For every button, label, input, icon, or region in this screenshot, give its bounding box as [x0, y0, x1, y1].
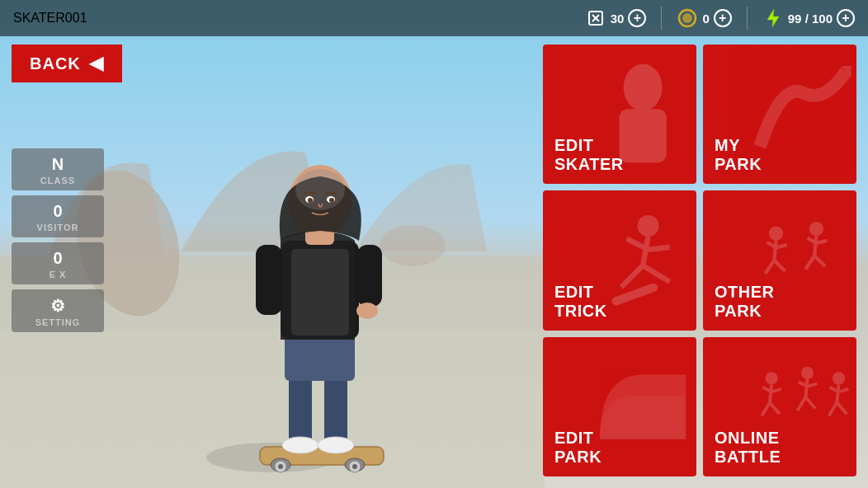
coin-add-button[interactable]: + — [714, 9, 732, 27]
currency-stat: 30 + — [585, 7, 647, 29]
energy-icon — [762, 7, 784, 29]
svg-rect-46 — [611, 283, 659, 307]
svg-point-30 — [295, 169, 345, 210]
ex-stat-box: 0 E X — [12, 242, 104, 284]
skater-character: SKATE SPACE — [107, 36, 528, 488]
svg-line-43 — [643, 266, 670, 283]
coin-stat: 0 + — [677, 7, 731, 29]
visitor-stat-box: 0 VISITOR — [12, 195, 104, 237]
svg-line-76 — [838, 389, 848, 392]
svg-text:SPACE: SPACE — [309, 289, 331, 296]
svg-line-55 — [805, 256, 814, 270]
svg-point-9 — [682, 13, 692, 23]
svg-rect-38 — [619, 109, 666, 162]
svg-point-71 — [833, 372, 845, 384]
svg-line-61 — [762, 402, 770, 415]
topbar: SKATER001 30 + 0 + — [0, 0, 868, 36]
svg-point-34 — [329, 198, 334, 203]
my-park-shadow — [749, 45, 856, 184]
class-label: CLASS — [40, 176, 75, 185]
ex-label: E X — [50, 270, 67, 279]
class-stat-box: N CLASS — [12, 148, 104, 190]
svg-line-62 — [770, 402, 780, 414]
player-name: SKATER001 — [13, 11, 87, 26]
svg-line-42 — [621, 266, 643, 288]
svg-line-73 — [828, 402, 837, 415]
svg-rect-25 — [256, 245, 282, 315]
svg-line-45 — [648, 247, 669, 250]
svg-line-67 — [797, 396, 805, 410]
svg-point-17 — [352, 464, 357, 469]
ex-value: 0 — [53, 249, 62, 268]
setting-stat-box[interactable]: ⚙ SETTING — [12, 289, 104, 332]
back-arrow-icon: ◀ — [89, 53, 104, 74]
svg-line-58 — [816, 241, 827, 243]
edit-trick-label: EDITTRICK — [554, 283, 607, 321]
svg-line-48 — [774, 241, 776, 260]
svg-line-72 — [837, 384, 838, 402]
svg-line-60 — [770, 384, 771, 402]
svg-text:SKATE: SKATE — [309, 280, 332, 288]
currency-value: 30 — [611, 12, 625, 26]
edit-park-button[interactable]: EDITPARK — [543, 337, 696, 476]
svg-line-66 — [805, 379, 807, 397]
svg-line-50 — [774, 260, 785, 271]
setting-icon: ⚙ — [50, 296, 65, 316]
back-button[interactable]: BACK ◀ — [12, 45, 122, 82]
svg-line-52 — [776, 246, 786, 248]
my-park-label: MYPARK — [715, 136, 762, 174]
visitor-label: VISITOR — [37, 223, 79, 232]
edit-park-label: EDITPARK — [554, 429, 601, 467]
other-park-label: OTHERPARK — [715, 283, 775, 321]
svg-line-56 — [814, 256, 825, 267]
other-park-button[interactable]: OTHERPARK — [703, 190, 856, 330]
svg-marker-10 — [767, 9, 779, 27]
currency-add-button[interactable]: + — [628, 9, 646, 27]
svg-point-53 — [809, 222, 823, 236]
visitor-value: 0 — [53, 202, 62, 221]
svg-point-47 — [769, 227, 783, 241]
energy-stat: 99 / 100 + — [762, 7, 855, 29]
svg-point-16 — [278, 464, 283, 469]
svg-point-33 — [308, 198, 313, 203]
energy-add-button[interactable]: + — [837, 9, 855, 27]
coin-icon — [677, 7, 698, 29]
svg-rect-19 — [324, 373, 347, 447]
currency-icon — [585, 7, 606, 29]
edit-trick-button[interactable]: EDITTRICK — [543, 190, 696, 330]
svg-point-59 — [765, 372, 777, 384]
stat-divider-1 — [661, 7, 662, 30]
class-value: N — [52, 155, 64, 174]
svg-rect-18 — [289, 373, 312, 447]
svg-point-27 — [356, 303, 378, 319]
online-battle-button[interactable]: ONLINEBATTLE — [703, 337, 856, 476]
svg-point-21 — [318, 437, 354, 453]
my-park-button[interactable]: MYPARK — [703, 45, 856, 184]
svg-point-40 — [637, 215, 658, 237]
svg-point-65 — [801, 367, 814, 379]
edit-park-shadow — [589, 337, 696, 476]
svg-line-68 — [805, 396, 815, 408]
edit-skater-label: EDITSKATER — [554, 136, 624, 174]
svg-point-20 — [282, 437, 318, 453]
svg-line-54 — [814, 237, 816, 256]
svg-line-70 — [807, 383, 817, 386]
svg-rect-26 — [357, 245, 382, 307]
online-battle-label: ONLINEBATTLE — [715, 429, 781, 467]
edit-skater-button[interactable]: EDITSKATER — [543, 45, 696, 184]
left-panel: N CLASS 0 VISITOR 0 E X ⚙ SETTING — [12, 148, 104, 332]
svg-line-49 — [765, 260, 774, 274]
stat-divider-2 — [747, 7, 748, 30]
svg-point-37 — [623, 63, 662, 110]
coin-value: 0 — [702, 12, 709, 26]
menu-grid: EDITSKATER MYPARK EDITTRI — [543, 45, 856, 476]
svg-line-74 — [837, 402, 847, 414]
back-label: BACK — [30, 54, 81, 73]
setting-label: SETTING — [35, 317, 81, 327]
energy-value: 99 / 100 — [788, 12, 833, 26]
svg-line-64 — [771, 389, 781, 392]
